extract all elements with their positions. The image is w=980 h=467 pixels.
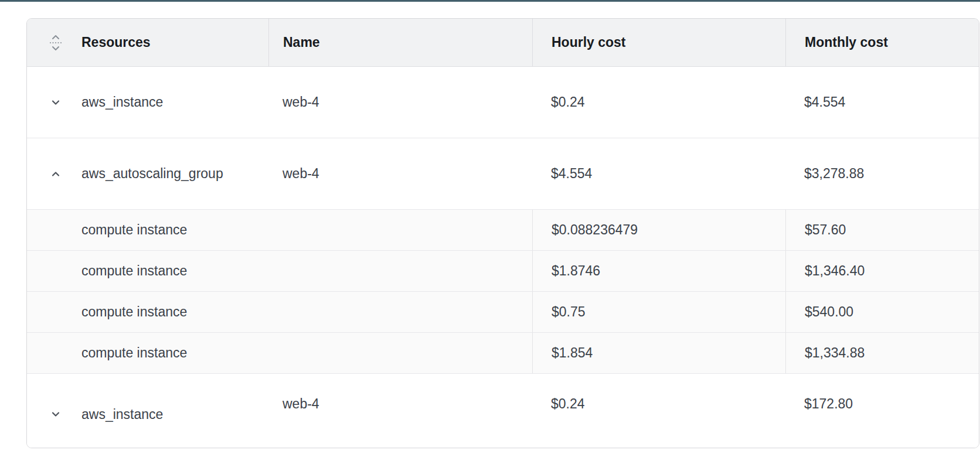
name-cell: web-4 [268,138,532,209]
sub-hourly-cost-cell: $0.75 [532,292,785,332]
monthly-cost-cell: $172.80 [785,374,979,448]
monthly-cost-value: $172.80 [804,396,853,412]
hourly-cost-cell: $4.554 [532,138,785,209]
sub-hourly-cost-value: $1.854 [552,345,593,361]
resource-name: aws_autoscaling_group [81,166,223,182]
sub-hourly-cost-cell: $1.854 [532,333,785,373]
column-label-monthly-cost: Monthly cost [805,35,888,50]
table-row[interactable]: aws_instance web-4 $0.24 $4.554 [27,67,979,138]
column-label-hourly-cost: Hourly cost [552,35,626,50]
resource-cell: aws_autoscaling_group [27,138,268,209]
sub-resource-cell: compute instance [27,210,268,250]
hourly-cost-value: $0.24 [551,94,585,110]
sub-resource-row: compute instance $1.854 $1,334.88 [27,333,979,374]
sub-hourly-cost-value: $0.75 [552,304,586,320]
table-body: aws_instance web-4 $0.24 $4.554 aws_auto… [27,67,979,448]
header-cell-hourly-cost: Hourly cost [532,19,785,66]
hourly-cost-cell: $0.24 [532,67,785,138]
hourly-cost-cell: $0.24 [532,374,785,448]
column-label-resources: Resources [81,35,151,50]
sub-monthly-cost-value: $540.00 [805,304,853,320]
name-value: web-4 [283,94,319,110]
sub-monthly-cost-cell: $1,346.40 [785,251,979,291]
sub-resource-cell: compute instance [27,333,268,373]
sub-resource-row: compute instance $1.8746 $1,346.40 [27,251,979,292]
sub-name-cell [268,333,532,373]
top-accent-bar [0,0,980,2]
drag-handle-icon[interactable] [49,34,62,52]
sub-hourly-cost-cell: $0.088236479 [532,210,785,250]
chevron-down-icon[interactable] [49,405,62,423]
hourly-cost-value: $0.24 [551,396,585,412]
sub-hourly-cost-cell: $1.8746 [532,251,785,291]
column-label-name: Name [283,35,320,50]
monthly-cost-value: $3,278.88 [804,166,864,182]
table-header-row: Resources Name Hourly cost Monthly cost [27,19,979,67]
sub-name-cell [268,210,532,250]
sub-resource-name: compute instance [81,263,187,279]
sub-resource-row: compute instance $0.088236479 $57.60 [27,210,979,251]
monthly-cost-cell: $4.554 [785,67,979,138]
header-cell-name: Name [268,19,532,66]
header-cell-monthly-cost: Monthly cost [785,19,979,66]
sub-resource-row: compute instance $0.75 $540.00 [27,292,979,333]
sub-resource-name: compute instance [81,304,187,320]
name-value: web-4 [283,396,319,412]
sub-hourly-cost-value: $1.8746 [552,263,600,279]
sub-monthly-cost-cell: $540.00 [785,292,979,332]
sub-monthly-cost-cell: $1,334.88 [785,333,979,373]
sub-monthly-cost-value: $1,334.88 [805,345,865,361]
table-row[interactable]: aws_instance web-4 $0.24 $172.80 [27,374,979,448]
sub-monthly-cost-cell: $57.60 [785,210,979,250]
sub-hourly-cost-value: $0.088236479 [552,222,638,238]
name-cell: web-4 [268,67,532,138]
name-cell: web-4 [268,374,532,448]
sub-resource-cell: compute instance [27,251,268,291]
sub-name-cell [268,251,532,291]
resource-cell: aws_instance [27,374,268,448]
header-cell-resources: Resources [27,19,268,66]
chevron-up-icon[interactable] [49,165,62,183]
table-row[interactable]: aws_autoscaling_group web-4 $4.554 $3,27… [27,138,979,210]
resource-name: aws_instance [81,407,163,422]
sub-resource-name: compute instance [81,345,187,361]
sub-monthly-cost-value: $57.60 [805,222,846,238]
monthly-cost-value: $4.554 [804,94,845,110]
sub-name-cell [268,292,532,332]
sub-resource-name: compute instance [81,222,187,238]
resource-name: aws_instance [81,94,163,110]
cost-breakdown-table: Resources Name Hourly cost Monthly cost … [26,18,979,448]
hourly-cost-value: $4.554 [551,166,592,182]
name-value: web-4 [283,166,319,182]
sub-monthly-cost-value: $1,346.40 [805,263,865,279]
resource-cell: aws_instance [27,67,268,138]
chevron-down-icon[interactable] [49,94,62,111]
monthly-cost-cell: $3,278.88 [785,138,979,209]
sub-resource-cell: compute instance [27,292,268,332]
